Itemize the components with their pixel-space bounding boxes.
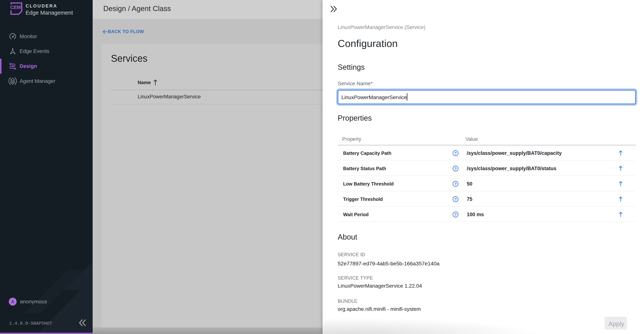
svg-text:?: ?: [454, 213, 457, 217]
svg-text:?: ?: [454, 197, 457, 201]
svg-text:?: ?: [454, 151, 457, 155]
svg-text:?: ?: [454, 182, 457, 186]
svg-text:?: ?: [454, 167, 457, 171]
